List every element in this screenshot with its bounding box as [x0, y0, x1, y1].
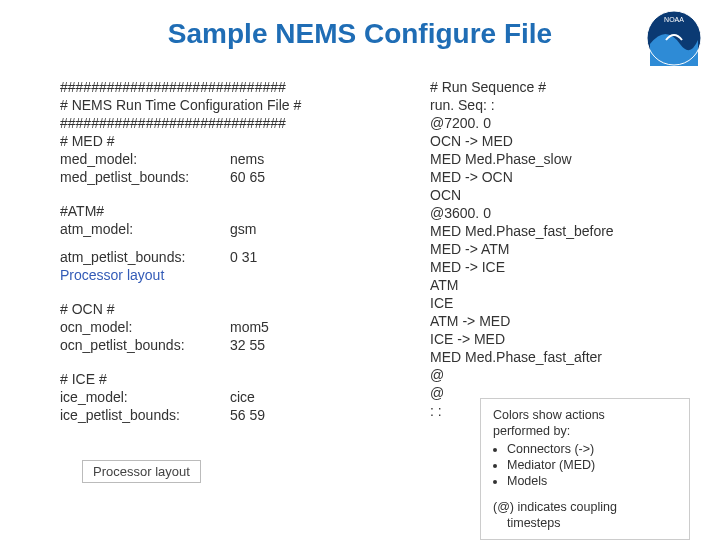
legend-intro: Colors show actions: [493, 407, 679, 423]
atm-heading: #ATM#: [60, 202, 360, 220]
seq-line: MED Med.Phase_fast_after: [430, 348, 700, 366]
right-column: # Run Sequence # run. Seq: : @7200. 0 OC…: [430, 78, 700, 420]
key: atm_petlist_bounds:: [60, 248, 230, 266]
ocn-heading: # OCN #: [60, 300, 360, 318]
legend-item: Mediator (MED): [507, 457, 679, 473]
page-title: Sample NEMS Configure File: [0, 18, 720, 50]
seq-line: ATM: [430, 276, 700, 294]
value: nems: [230, 150, 264, 168]
seq-line: MED -> ATM: [430, 240, 700, 258]
med-petlist-row: med_petlist_bounds: 60 65: [60, 168, 360, 186]
left-column: ############################# # NEMS Run…: [60, 78, 360, 483]
ice-heading: # ICE #: [60, 370, 360, 388]
legend-note: (@) indicates coupling: [493, 499, 679, 515]
atm-model-row: atm_model: gsm: [60, 220, 360, 238]
ocn-petlist-row: ocn_petlist_bounds: 32 55: [60, 336, 360, 354]
hash-line: #############################: [60, 114, 360, 132]
seq-line: OCN -> MED: [430, 132, 700, 150]
key: ocn_model:: [60, 318, 230, 336]
processor-layout-box: Processor layout: [82, 460, 201, 483]
content-area: ############################# # NEMS Run…: [60, 78, 690, 530]
ocn-model-row: ocn_model: mom5: [60, 318, 360, 336]
value: cice: [230, 388, 255, 406]
legend-box: Colors show actions performed by: Connec…: [480, 398, 690, 540]
value: gsm: [230, 220, 256, 238]
key: ice_petlist_bounds:: [60, 406, 230, 424]
key: med_petlist_bounds:: [60, 168, 230, 186]
key: ocn_petlist_bounds:: [60, 336, 230, 354]
seq-line: ICE -> MED: [430, 330, 700, 348]
seq-line: @: [430, 366, 700, 384]
ice-petlist-row: ice_petlist_bounds: 56 59: [60, 406, 360, 424]
med-model-row: med_model: nems: [60, 150, 360, 168]
config-header: # NEMS Run Time Configuration File #: [60, 96, 360, 114]
legend-note: timesteps: [493, 515, 679, 531]
key: ice_model:: [60, 388, 230, 406]
processor-layout-label: Processor layout: [60, 266, 360, 284]
legend-item: Models: [507, 473, 679, 489]
seq-line: @3600. 0: [430, 204, 700, 222]
legend-item: Connectors (->): [507, 441, 679, 457]
hash-line: #############################: [60, 78, 360, 96]
seq-line: MED -> ICE: [430, 258, 700, 276]
run-sequence-heading: # Run Sequence #: [430, 78, 700, 96]
legend-intro: performed by:: [493, 423, 679, 439]
svg-text:NOAA: NOAA: [664, 16, 684, 23]
seq-line: MED -> OCN: [430, 168, 700, 186]
value: 0 31: [230, 248, 257, 266]
seq-line: OCN: [430, 186, 700, 204]
seq-line: ICE: [430, 294, 700, 312]
seq-line: MED Med.Phase_fast_before: [430, 222, 700, 240]
value: mom5: [230, 318, 269, 336]
noaa-logo: NOAA: [646, 10, 702, 66]
key: med_model:: [60, 150, 230, 168]
value: 32 55: [230, 336, 265, 354]
med-heading: # MED #: [60, 132, 360, 150]
seq-line: ATM -> MED: [430, 312, 700, 330]
ice-model-row: ice_model: cice: [60, 388, 360, 406]
seq-line: MED Med.Phase_slow: [430, 150, 700, 168]
legend-list: Connectors (->) Mediator (MED) Models: [507, 441, 679, 489]
value: 56 59: [230, 406, 265, 424]
seq-line: @7200. 0: [430, 114, 700, 132]
value: 60 65: [230, 168, 265, 186]
seq-line: run. Seq: :: [430, 96, 700, 114]
atm-petlist-row: atm_petlist_bounds: 0 31: [60, 248, 360, 266]
key: atm_model:: [60, 220, 230, 238]
